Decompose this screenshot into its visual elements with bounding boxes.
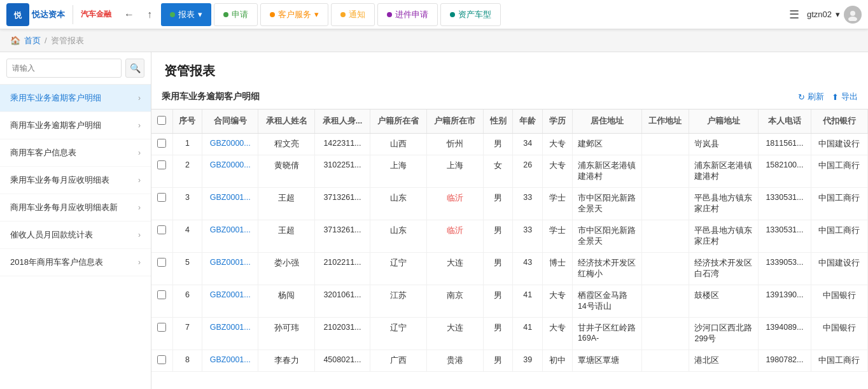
cell-domicile: 经济技术开发区白石湾 [689,253,759,285]
col-age: 年龄 [513,110,543,134]
export-label: 导出 [841,91,858,103]
search-input[interactable] [6,59,122,78]
svg-text:悦: 悦 [13,11,22,20]
cell-phone: 1582100... [759,155,811,188]
back-button[interactable]: ← [120,6,138,24]
row-checkbox[interactable] [157,258,166,267]
jinjian-dot [387,12,392,17]
cell-contract: GBZ0001... [202,350,258,372]
chevron-right-icon: › [138,176,141,185]
top-navigation: 悦 悦达资本 汽车金融 ← ↑ 报表 ▾ 申请 客户服务 ▾ 通知 进件申请 资… [0,0,868,29]
page-title-section: 资管报表 [151,52,868,85]
cell-bank: 中国工商行 [811,220,867,253]
table-header: 序号 合同编号 承租人姓名 承租人身... 户籍所在省 户籍所在市 性别 年龄 … [151,110,868,134]
cell-bank: 中国工商行 [811,155,867,188]
sidebar-item-debt-staff-label: 催收人员月回款统计表 [10,229,138,241]
chevron-right-icon: › [138,203,141,212]
kehu-fuwu-label: 客户服务 [278,9,311,20]
hamburger-menu-icon[interactable]: ☰ [784,4,804,25]
export-button[interactable]: ⬆ 导出 [832,91,858,103]
table-row: 6 GBZ0001... 杨闯 3201061... 江苏 南京 男 41 大专… [151,285,868,318]
row-checkbox[interactable] [157,139,166,148]
refresh-button[interactable]: ↻ 刷新 [798,91,824,103]
cell-idno: 2102211... [315,253,370,285]
col-idno: 承租人身... [315,110,370,134]
cell-age: 43 [513,253,543,285]
up-button[interactable]: ↑ [141,6,158,24]
nav-jinjian[interactable]: 进件申请 [377,3,438,26]
nav-zichan[interactable]: 资产车型 [440,3,501,26]
user-avatar [844,6,862,24]
data-table: 序号 合同编号 承租人姓名 承租人身... 户籍所在省 户籍所在市 性别 年龄 … [151,110,868,372]
sidebar-item-passenger-overdue-label: 乘用车业务逾期客户明细 [10,92,138,104]
shenqing-dot [223,12,228,17]
cell-idno: 3201061... [315,285,370,318]
brand-logo: 悦 悦达资本 [6,3,65,26]
sidebar-item-commercial-2018[interactable]: 2018年商用车客户信息表 › [0,249,151,276]
nav-kehu-fuwu[interactable]: 客户服务 ▾ [260,3,328,26]
baobiao-label: 报表 [178,9,195,20]
cell-bank: 中国建设行 [811,134,867,155]
sidebar-item-commercial-overdue[interactable]: 商用车业务逾期客户明细 › [0,112,151,139]
col-seq: 序号 [172,110,202,134]
nav-tongzhi[interactable]: 通知 [331,3,375,26]
row-checkbox[interactable] [157,225,166,234]
row-checkbox[interactable] [157,160,166,169]
col-domicile: 户籍地址 [689,110,759,134]
sidebar-item-commercial-customer[interactable]: 商用车客户信息表 › [0,139,151,167]
nav-shenqing[interactable]: 申请 [214,3,258,26]
row-checkbox[interactable] [157,290,166,299]
cell-phone: 1811561... [759,134,811,155]
cell-name: 杨闯 [258,285,315,318]
cell-seq: 8 [172,350,202,372]
cell-checkbox [151,220,172,253]
cell-checkbox [151,285,172,318]
row-checkbox[interactable] [157,355,166,364]
col-name: 承租人姓名 [258,110,315,134]
kehu-fuwu-dot [270,12,275,17]
chevron-right-icon: › [138,94,141,103]
cell-phone: 1339053... [759,253,811,285]
cell-domicile: 沙河口区西北路299号 [689,318,759,350]
chevron-right-icon: › [138,148,141,157]
cell-work [641,253,689,285]
cell-contract: GBZ0001... [202,285,258,318]
cell-age: 33 [513,188,543,220]
page-title: 资管报表 [164,62,855,80]
cell-name: 孙可玮 [258,318,315,350]
breadcrumb-home[interactable]: 首页 [24,35,41,46]
sidebar-item-commercial-2018-label: 2018年商用车客户信息表 [10,257,138,268]
cell-bank: 中国银行 [811,285,867,318]
sidebar-item-debt-staff[interactable]: 催收人员月回款统计表 › [0,222,151,249]
cell-seq: 7 [172,318,202,350]
select-all-checkbox[interactable] [157,116,166,125]
sidebar-item-passenger-overdue[interactable]: 乘用车业务逾期客户明细 › [0,85,151,112]
cell-checkbox [151,253,172,285]
home-icon: 🏠 [10,36,20,45]
cell-bank: 中国银行 [811,318,867,350]
cell-contract: GBZ0001... [202,253,258,285]
refresh-label: 刷新 [808,91,824,103]
cell-city: 大连 [426,253,483,285]
cell-city: 忻州 [426,134,483,155]
sidebar-item-commercial-monthly[interactable]: 商用车业务每月应收明细表新 › [0,194,151,222]
tongzhi-dot [340,12,346,17]
col-work: 工作地址 [641,110,689,134]
col-phone: 本人电话 [759,110,811,134]
cell-idno: 2102031... [315,318,370,350]
cell-work [641,155,689,188]
table-row: 7 GBZ0001... 孙可玮 2102031... 辽宁 大连 男 41 大… [151,318,868,350]
cell-work [641,318,689,350]
cell-residence: 建邺区 [572,134,641,155]
cell-edu: 学士 [543,188,573,220]
brand-icon: 悦 [6,3,29,26]
zichan-dot [450,12,455,17]
cell-bank: 中国工商行 [811,350,867,372]
nav-baobiao[interactable]: 报表 ▾ [161,3,211,26]
sidebar-item-passenger-monthly[interactable]: 乘用车业务每月应收明细表 › [0,167,151,194]
cell-edu: 大专 [543,285,573,318]
search-button[interactable]: 🔍 [125,59,144,78]
user-area[interactable]: gtzn02 ▾ [807,6,862,24]
row-checkbox[interactable] [157,193,166,202]
row-checkbox[interactable] [157,323,166,332]
